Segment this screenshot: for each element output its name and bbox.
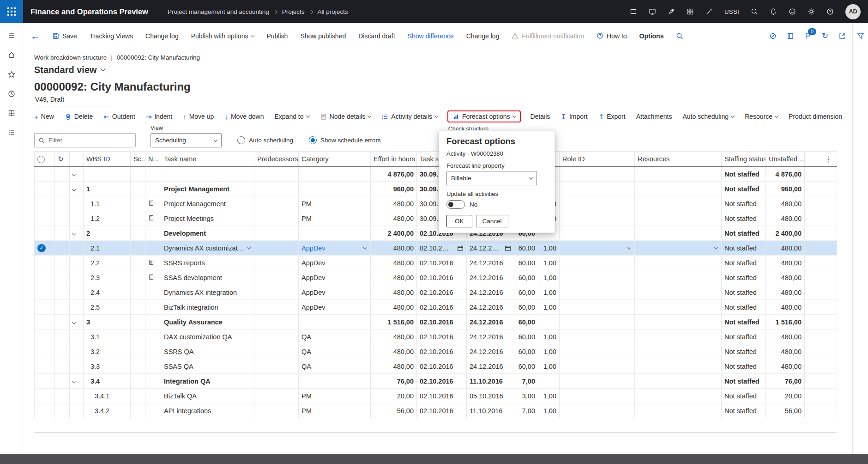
cell-effort[interactable]: 480,00 <box>371 196 417 211</box>
table-row[interactable]: 1.1Project ManagementPM480,0030.09.20161… <box>35 196 837 211</box>
collapse-chevron-icon[interactable] <box>72 379 77 384</box>
cell-dur[interactable]: 7,00 <box>514 374 538 389</box>
cell-staff[interactable]: Not staffed <box>722 315 766 330</box>
present-screen-button[interactable] <box>649 8 656 15</box>
cell-end[interactable]: 24.12.2016 <box>467 300 514 315</box>
cell-pred[interactable] <box>254 374 299 389</box>
cell-note[interactable] <box>145 374 161 389</box>
cell-sc[interactable] <box>131 241 145 256</box>
move-down-button[interactable]: ↓Move down <box>224 113 264 120</box>
cell-task[interactable]: API integrations <box>161 403 254 418</box>
cell-fill[interactable] <box>805 300 837 315</box>
show-published-button[interactable]: Show published <box>300 32 346 40</box>
cell-note[interactable] <box>145 330 161 344</box>
indent-button[interactable]: ⇥Indent <box>146 113 173 120</box>
message-center-button[interactable]: 0 <box>804 32 812 40</box>
cell-exp[interactable] <box>70 211 84 226</box>
publish-with-options-button[interactable]: Publish with options <box>191 32 254 40</box>
cell-sync[interactable] <box>55 256 70 270</box>
cell-fill[interactable] <box>805 167 837 182</box>
cell-task[interactable]: BizTalk integration <box>161 300 254 315</box>
cell-exp[interactable] <box>70 270 84 285</box>
cell-start[interactable]: 02.10.2016 <box>417 241 467 256</box>
search-in-page-button[interactable] <box>676 32 683 40</box>
cell-cat[interactable]: QA <box>299 359 371 374</box>
form-name[interactable]: Work breakdown structure <box>34 54 107 61</box>
cell-exp[interactable] <box>70 196 84 211</box>
cell-end[interactable]: 24.12.2016 <box>467 359 514 374</box>
cell-res[interactable] <box>635 182 722 196</box>
cell-role[interactable] <box>560 344 635 359</box>
cell-wbs[interactable]: 3.4 <box>84 374 131 389</box>
import-button[interactable]: ↧Import <box>561 113 587 120</box>
col-header-sc[interactable]: Sc... <box>131 152 145 167</box>
modules-button[interactable] <box>0 123 23 142</box>
cell-fill[interactable] <box>805 196 837 211</box>
cell-sync[interactable] <box>55 389 70 403</box>
cell-pred[interactable] <box>254 167 299 182</box>
cell-pred[interactable] <box>254 403 299 418</box>
cell-effort[interactable]: 480,00 <box>371 344 417 359</box>
cell-cat[interactable]: AppDev <box>299 256 371 270</box>
cell-pred[interactable] <box>254 344 299 359</box>
cell-sync[interactable] <box>55 374 70 389</box>
cell-unstaff[interactable]: 480,00 <box>766 270 805 285</box>
cell-staff[interactable]: Not staffed <box>722 285 766 300</box>
cell-qty[interactable]: 1,00 <box>538 285 560 300</box>
cell-dur[interactable]: 60,00 <box>514 330 538 344</box>
cell-start[interactable]: 02.10.2016 <box>417 389 467 403</box>
cell-fill[interactable] <box>805 315 837 330</box>
cell-wbs[interactable]: 2.5 <box>84 300 131 315</box>
cell-sync[interactable] <box>55 211 70 226</box>
table-row[interactable]: 2.4Dynamics AX integrationAppDev480,0002… <box>35 285 837 300</box>
cell-sc[interactable] <box>131 226 145 241</box>
filter-input[interactable] <box>48 136 132 144</box>
cell-dur[interactable]: 60,00 <box>514 315 538 330</box>
breadcrumb-item[interactable]: Project management and accounting <box>168 8 269 15</box>
cell-sel[interactable] <box>35 196 55 211</box>
cell-end[interactable]: 11.10.2016 <box>467 403 514 418</box>
table-row[interactable]: 4 876,0030.09.2016Not staffed4 876,00 <box>35 167 837 182</box>
cell-end[interactable]: 24.12.2016 <box>467 315 514 330</box>
select-all-circle-icon[interactable] <box>37 156 45 163</box>
cell-pred[interactable] <box>254 241 299 256</box>
cell-wbs[interactable]: 3.4.2 <box>84 403 131 418</box>
more-options-icon[interactable]: ⋮ <box>808 155 834 164</box>
cell-fill[interactable] <box>805 256 837 270</box>
publish-button[interactable]: Publish <box>266 32 288 40</box>
cell-staff[interactable]: Not staffed <box>722 359 766 374</box>
cell-exp[interactable] <box>70 389 84 403</box>
cell-sel[interactable] <box>35 389 55 403</box>
cell-start[interactable]: 02.10.2016 <box>417 374 467 389</box>
cell-task[interactable]: Project Meetings <box>161 211 254 226</box>
save-button[interactable]: Save <box>52 32 77 40</box>
cell-dur[interactable]: 60,00 <box>514 344 538 359</box>
ok-button[interactable]: OK <box>446 215 472 227</box>
cell-task[interactable]: BizTalk QA <box>161 389 254 403</box>
cell-cat[interactable] <box>299 167 371 182</box>
view-selector[interactable]: Standard view <box>34 65 852 75</box>
cell-unstaff[interactable]: 56,00 <box>766 403 805 418</box>
cell-task[interactable]: DAX customization QA <box>161 330 254 344</box>
cell-note[interactable] <box>145 211 161 226</box>
cell-start[interactable]: 02.10.2016 <box>417 300 467 315</box>
cell-res[interactable] <box>635 300 722 315</box>
cell-role[interactable] <box>560 196 635 211</box>
cell-sc[interactable] <box>131 196 145 211</box>
cell-effort[interactable]: 4 876,00 <box>371 167 417 182</box>
cell-pred[interactable] <box>254 315 299 330</box>
cell-note[interactable] <box>145 196 161 211</box>
cell-task[interactable]: Project Management <box>161 196 254 211</box>
cell-start[interactable]: 02.10.2016 <box>417 285 467 300</box>
cell-dur[interactable]: 60,00 <box>514 241 538 256</box>
cell-task[interactable]: Development <box>161 226 254 241</box>
row-checkbox-checked-icon[interactable]: ✓ <box>37 244 46 252</box>
cell-sel[interactable] <box>35 359 55 374</box>
cancel-button[interactable]: Cancel <box>476 215 508 227</box>
col-header-cat[interactable]: Category <box>299 152 371 167</box>
menu-button[interactable] <box>0 26 23 45</box>
cell-sc[interactable] <box>131 256 145 270</box>
collapse-chevron-icon[interactable] <box>72 187 77 191</box>
cell-staff[interactable]: Not staffed <box>722 256 766 270</box>
user-avatar[interactable]: AD <box>845 4 861 19</box>
